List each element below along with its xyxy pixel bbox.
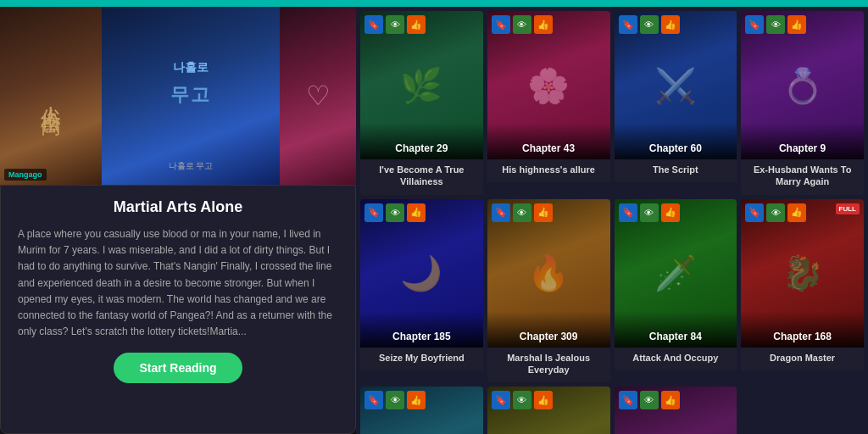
manga-info-1: I've Become A True Villainess [360, 159, 483, 195]
cover-overlay-2: Chapter 43 [487, 123, 610, 159]
manga-title: Martial Arts Alone [18, 198, 338, 216]
cover-decoration-3: ⚔️ [654, 65, 697, 105]
manga-cover-1: 🌿 🔖 👁 👍 Chapter 29 [360, 11, 483, 159]
badge-thumb-1[interactable]: 👍 [407, 15, 426, 34]
manga-cover-9: 🦅 🔖 👁 👍 Chapter [360, 387, 483, 434]
badge-bookmark-5[interactable]: 🔖 [364, 203, 383, 222]
card-badges-3: 🔖 👁 👍 [619, 15, 680, 34]
badge-eye-3[interactable]: 👁 [640, 15, 659, 34]
badge-bookmark-9[interactable]: 🔖 [364, 391, 383, 409]
manga-cover-11: 🌺 🔖 👁 👍 [615, 387, 737, 434]
card-badges-2: 🔖 👁 👍 [492, 15, 553, 34]
featured-cover-wrapper: 人俗松高 Mangago 나홀로 무고 나홀로 무고 ♡ [0, 7, 356, 185]
manga-card-3[interactable]: ⚔️ 🔖 👁 👍 Chapter 60 The Script [615, 11, 737, 195]
feat-cover-3: ♡ [280, 7, 356, 185]
feat-label: Mangago [4, 169, 47, 181]
badge-thumb-6[interactable]: 👍 [534, 203, 553, 222]
badge-eye-2[interactable]: 👁 [513, 15, 531, 34]
manga-description: A place where you casually use blood or … [18, 226, 338, 340]
badge-thumb-3[interactable]: 👍 [661, 15, 680, 34]
manga-card-4[interactable]: 💍 🔖 👁 👍 Chapter 9 Ex-Husband Wants To Ma… [741, 11, 864, 195]
card-badges-10: 🔖 👁 👍 [492, 391, 553, 409]
badge-bookmark-6[interactable]: 🔖 [492, 203, 510, 222]
cover-decoration-7: 🗡️ [654, 253, 697, 293]
manga-card-11[interactable]: 🌺 🔖 👁 👍 [615, 387, 737, 434]
cover-decoration-8: 🐉 [782, 253, 824, 293]
manga-card-1[interactable]: 🌿 🔖 👁 👍 Chapter 29 I've Become A True Vi… [360, 11, 483, 195]
manga-name-8: Dragon Master [743, 352, 861, 364]
badge-bookmark-1[interactable]: 🔖 [364, 15, 383, 34]
feat-cover-2: 나홀로 무고 나홀로 무고 [102, 7, 280, 185]
badge-thumb-11[interactable]: 👍 [661, 391, 680, 409]
manga-card-8[interactable]: 🐉 FULL 🔖 👁 👍 Chapter 168 Dragon Master [741, 199, 864, 383]
chapter-label-7: Chapter 84 [649, 331, 702, 342]
badge-bookmark-2[interactable]: 🔖 [492, 15, 510, 34]
badge-thumb-10[interactable]: 👍 [534, 391, 553, 409]
card-badges-6: 🔖 👁 👍 [492, 203, 553, 222]
badge-eye-5[interactable]: 👁 [386, 203, 404, 222]
badge-thumb-9[interactable]: 👍 [407, 391, 426, 409]
manga-name-7: Attack And Occupy [617, 352, 735, 364]
badge-thumb-8[interactable]: 👍 [787, 203, 806, 222]
manga-info-2: His highness's allure [487, 159, 610, 182]
chapter-label-1: Chapter 29 [395, 142, 448, 154]
manga-name-2: His highness's allure [490, 164, 608, 175]
cover-decoration-1: 🌿 [400, 65, 442, 105]
manga-name-1: I've Become A True Villainess [363, 164, 481, 188]
chapter-label-6: Chapter 309 [520, 331, 578, 342]
chapter-label-5: Chapter 185 [392, 331, 451, 342]
chapter-label-3: Chapter 60 [649, 142, 702, 154]
feat-cover-1: 人俗松高 Mangago [0, 7, 102, 185]
badge-thumb-7[interactable]: 👍 [661, 203, 680, 222]
manga-cover-4: 💍 🔖 👁 👍 Chapter 9 [741, 11, 864, 159]
manga-card-6[interactable]: 🔥 🔖 👁 👍 Chapter 309 Marshal Is Jealous E… [487, 199, 610, 383]
badge-bookmark-7[interactable]: 🔖 [619, 203, 637, 222]
manga-cover-2: 🌸 🔖 👁 👍 Chapter 43 [487, 11, 610, 159]
manga-card-7[interactable]: 🗡️ 🔖 👁 👍 Chapter 84 Attack And Occupy [615, 199, 737, 383]
badge-bookmark-11[interactable]: 🔖 [619, 391, 637, 409]
badge-eye-7[interactable]: 👁 [640, 203, 659, 222]
badge-thumb-2[interactable]: 👍 [534, 15, 553, 34]
cover-overlay-3: Chapter 60 [615, 123, 737, 159]
badge-bookmark-4[interactable]: 🔖 [745, 15, 764, 34]
manga-cover-7: 🗡️ 🔖 👁 👍 Chapter 84 [615, 199, 737, 348]
manga-card-2[interactable]: 🌸 🔖 👁 👍 Chapter 43 His highness's allure [487, 11, 610, 195]
badge-eye-4[interactable]: 👁 [766, 15, 785, 34]
chapter-label-8: Chapter 168 [773, 331, 832, 342]
card-badges-9: 🔖 👁 👍 [364, 391, 426, 409]
card-badges-1: 🔖 👁 👍 [364, 15, 426, 34]
badge-bookmark-8[interactable]: 🔖 [745, 203, 764, 222]
start-reading-button[interactable]: Start Reading [114, 353, 242, 383]
badge-bookmark-3[interactable]: 🔖 [619, 15, 637, 34]
right-panel: 🌿 🔖 👁 👍 Chapter 29 I've Become A True Vi… [356, 7, 868, 434]
manga-cover-5: 🌙 🔖 👁 👍 Chapter 185 [360, 199, 483, 348]
cover-decoration-2: 🌸 [527, 65, 570, 105]
card-badges-7: 🔖 👁 👍 [619, 203, 680, 222]
card-badges-4: 🔖 👁 👍 [745, 15, 806, 34]
manga-info-6: Marshal Is Jealous Everyday [487, 348, 610, 383]
badge-bookmark-10[interactable]: 🔖 [492, 391, 510, 409]
manga-card-10[interactable]: ⚡ 🔖 👁 👍 [487, 387, 610, 434]
cover-overlay-4: Chapter 9 [741, 123, 864, 159]
badge-eye-11[interactable]: 👁 [640, 391, 659, 409]
manga-card-9[interactable]: 🦅 🔖 👁 👍 Chapter [360, 387, 483, 434]
badge-thumb-4[interactable]: 👍 [787, 15, 806, 34]
manga-info-7: Attack And Occupy [615, 348, 737, 370]
badge-eye-6[interactable]: 👁 [513, 203, 531, 222]
cover-overlay-1: Chapter 29 [360, 123, 483, 159]
manga-cover-10: ⚡ 🔖 👁 👍 [487, 387, 610, 434]
manga-name-3: The Script [617, 164, 735, 175]
badge-eye-8[interactable]: 👁 [766, 203, 785, 222]
manga-grid: 🌿 🔖 👁 👍 Chapter 29 I've Become A True Vi… [360, 11, 864, 434]
full-badge-8: FULL [836, 203, 860, 214]
badge-eye-1[interactable]: 👁 [386, 15, 404, 34]
badge-eye-9[interactable]: 👁 [386, 391, 404, 409]
badge-thumb-5[interactable]: 👍 [407, 203, 426, 222]
manga-info-4: Ex-Husband Wants To Marry Again [741, 159, 864, 195]
manga-cover-3: ⚔️ 🔖 👁 👍 Chapter 60 [615, 11, 737, 159]
manga-card-5[interactable]: 🌙 🔖 👁 👍 Chapter 185 Seize My Boyfriend [360, 199, 483, 383]
top-bar [0, 0, 868, 7]
badge-eye-10[interactable]: 👁 [513, 391, 531, 409]
cover-decoration-6: 🔥 [527, 253, 570, 293]
chapter-label-2: Chapter 43 [522, 142, 575, 154]
